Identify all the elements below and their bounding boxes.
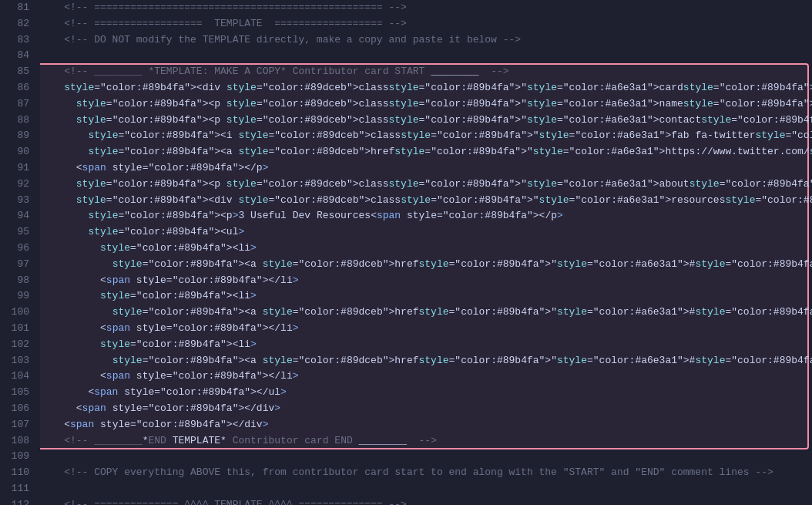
code-line: <span style="color:#89b4fa"></li> bbox=[40, 369, 812, 385]
line-number: 98 bbox=[0, 273, 29, 289]
line-number: 83 bbox=[0, 32, 29, 49]
code-line: style="color:#89b4fa"><p style="color:#8… bbox=[40, 96, 812, 113]
line-number: 101 bbox=[0, 321, 29, 337]
line-number: 111 bbox=[0, 481, 29, 497]
line-number: 107 bbox=[0, 417, 29, 433]
line-number: 108 bbox=[0, 433, 29, 449]
line-number: 104 bbox=[0, 369, 29, 385]
line-number: 109 bbox=[0, 449, 29, 465]
code-line: style="color:#89b4fa"><a style="color:#8… bbox=[40, 257, 812, 273]
code-line: style="color:#89b4fa"><p style="color:#8… bbox=[40, 177, 812, 193]
code-line: <!-- ________ *TEMPLATE: MAKE A COPY* Co… bbox=[40, 64, 812, 80]
line-number: 87 bbox=[0, 96, 29, 113]
line-number: 106 bbox=[0, 401, 29, 417]
code-line: <!-- ________*END TEMPLATE* Contributor … bbox=[40, 433, 812, 449]
line-number: 88 bbox=[0, 113, 29, 129]
code-line: <span style="color:#89b4fa"></ul> bbox=[40, 385, 812, 401]
code-line: style="color:#89b4fa"><div style="color:… bbox=[40, 80, 812, 96]
code-line: <span style="color:#89b4fa"></div> bbox=[40, 417, 812, 433]
line-number: 90 bbox=[0, 144, 29, 160]
line-number: 112 bbox=[0, 497, 29, 505]
code-line: style="color:#89b4fa"><p>3 Useful Dev Re… bbox=[40, 208, 812, 224]
code-line: style="color:#89b4fa"><a style="color:#8… bbox=[40, 353, 812, 369]
line-number: 95 bbox=[0, 224, 29, 241]
code-line bbox=[40, 481, 812, 497]
line-number: 100 bbox=[0, 305, 29, 321]
code-line: style="color:#89b4fa"><p style="color:#8… bbox=[40, 113, 812, 129]
code-line: <!-- ================== TEMPLATE =======… bbox=[40, 16, 812, 32]
code-line: <span style="color:#89b4fa"></li> bbox=[40, 321, 812, 337]
code-line: style="color:#89b4fa"><ul> bbox=[40, 224, 812, 241]
line-number: 94 bbox=[0, 208, 29, 224]
code-line: style="color:#89b4fa"><li> bbox=[40, 337, 812, 353]
code-line: <span style="color:#89b4fa"></p> bbox=[40, 160, 812, 177]
line-number: 84 bbox=[0, 48, 29, 64]
line-numbers: 8182838485868788899091929394959697989910… bbox=[0, 0, 40, 505]
line-number: 105 bbox=[0, 385, 29, 401]
line-number: 91 bbox=[0, 160, 29, 177]
line-number: 89 bbox=[0, 128, 29, 144]
code-editor: 8182838485868788899091929394959697989910… bbox=[0, 0, 812, 505]
code-line: <!-- COPY everything ABOVE this, from co… bbox=[40, 465, 812, 481]
code-line: style="color:#89b4fa"><li> bbox=[40, 288, 812, 305]
code-line: <span style="color:#89b4fa"></li> bbox=[40, 273, 812, 289]
code-line bbox=[40, 48, 812, 64]
line-number: 93 bbox=[0, 193, 29, 209]
line-number: 102 bbox=[0, 337, 29, 353]
line-number: 97 bbox=[0, 257, 29, 273]
code-line: style="color:#89b4fa"><a style="color:#8… bbox=[40, 305, 812, 321]
line-number: 82 bbox=[0, 16, 29, 32]
code-line: style="color:#89b4fa"><i style="color:#8… bbox=[40, 128, 812, 144]
code-line: <span style="color:#89b4fa"></div> bbox=[40, 401, 812, 417]
line-number: 85 bbox=[0, 64, 29, 80]
line-number: 92 bbox=[0, 177, 29, 193]
line-number: 96 bbox=[0, 241, 29, 257]
code-line bbox=[40, 449, 812, 465]
line-number: 81 bbox=[0, 0, 29, 16]
line-number: 99 bbox=[0, 288, 29, 305]
code-line: <!-- DO NOT modify the TEMPLATE directly… bbox=[40, 32, 812, 49]
line-number: 103 bbox=[0, 353, 29, 369]
code-line: <!-- ===================================… bbox=[40, 0, 812, 16]
code-line: <!-- ============== ^^^^ TEMPLATE ^^^^ =… bbox=[40, 497, 812, 505]
code-line: style="color:#89b4fa"><div style="color:… bbox=[40, 193, 812, 209]
line-number: 110 bbox=[0, 465, 29, 481]
code-line: style="color:#89b4fa"><a style="color:#8… bbox=[40, 144, 812, 160]
line-number: 86 bbox=[0, 80, 29, 96]
code-area[interactable]: <!-- ===================================… bbox=[40, 0, 812, 505]
code-line: style="color:#89b4fa"><li> bbox=[40, 241, 812, 257]
